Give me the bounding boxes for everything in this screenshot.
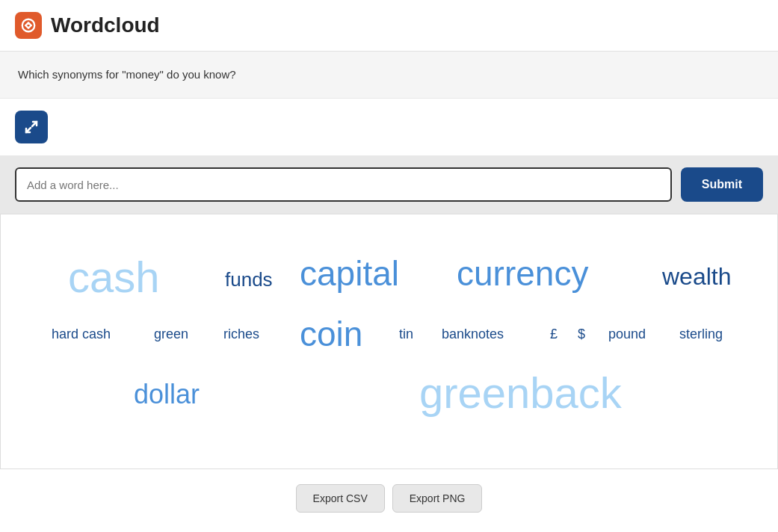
- word-cloud-item: green: [154, 327, 188, 342]
- expand-area: [0, 99, 778, 155]
- app-logo: [15, 12, 42, 39]
- footer: Export CSV Export PNG: [0, 469, 778, 528]
- input-row: Submit: [15, 167, 763, 202]
- word-cloud-item: cash: [68, 252, 160, 302]
- app-header: Wordcloud: [0, 0, 778, 52]
- question-text: Which synonyms for "money" do you know?: [18, 68, 236, 81]
- word-cloud-item: coin: [300, 314, 362, 354]
- export-png-button[interactable]: Export PNG: [392, 484, 483, 513]
- word-cloud-item: pound: [608, 327, 646, 342]
- word-cloud-item: sterling: [679, 327, 723, 342]
- export-csv-button[interactable]: Export CSV: [296, 484, 385, 513]
- word-cloud-item: riches: [223, 327, 259, 342]
- word-cloud-item: tin: [399, 327, 413, 342]
- word-cloud-item: capital: [300, 253, 399, 294]
- word-cloud-item: $: [578, 327, 585, 342]
- word-cloud-item: banknotes: [442, 327, 504, 342]
- wordcloud-area: cashfundscapitalcurrencywealthhard cashg…: [0, 214, 778, 469]
- app-title: Wordcloud: [51, 13, 160, 37]
- word-cloud-item: dollar: [134, 379, 200, 410]
- word-cloud-item: greenback: [419, 368, 622, 418]
- expand-button[interactable]: [15, 111, 48, 143]
- word-cloud-item: £: [550, 327, 558, 342]
- word-cloud-item: funds: [225, 268, 273, 291]
- word-cloud-item: currency: [457, 253, 588, 294]
- word-cloud: cashfundscapitalcurrencywealthhard cashg…: [23, 237, 755, 446]
- svg-point-0: [22, 19, 35, 32]
- submit-button[interactable]: Submit: [681, 167, 763, 202]
- word-cloud-item: wealth: [662, 263, 732, 291]
- input-section: Submit: [0, 155, 778, 214]
- word-input[interactable]: [15, 167, 672, 202]
- word-cloud-item: hard cash: [52, 327, 111, 342]
- question-banner: Which synonyms for "money" do you know?: [0, 52, 778, 99]
